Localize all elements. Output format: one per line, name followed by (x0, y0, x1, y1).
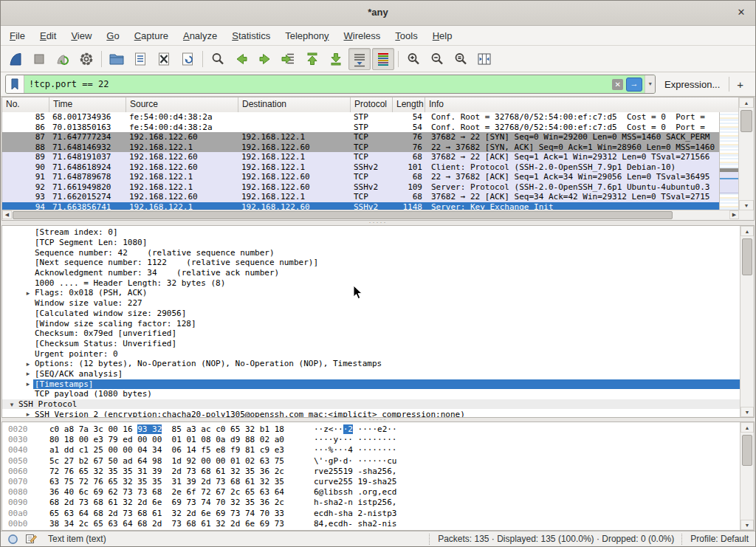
detail-line[interactable]: ▸Flags: 0x018 (PSH, ACK) (2, 288, 740, 298)
zoom-in-button[interactable] (402, 48, 425, 70)
hex-row[interactable]: 006072 76 65 32 35 35 31 39 2d 73 68 61 … (2, 467, 740, 477)
filter-clear-icon[interactable]: ✕ (612, 79, 623, 90)
detail-line[interactable]: Acknowledgment number: 34 (relative ack … (2, 268, 740, 278)
expander-closed-icon[interactable]: ▸ (23, 360, 33, 368)
open-file-button[interactable] (106, 48, 128, 70)
detail-line[interactable]: ▸[Timestamps] (2, 379, 740, 389)
menu-help[interactable]: Help (425, 27, 460, 45)
expander-closed-icon[interactable]: ▸ (23, 380, 33, 388)
display-filter-combobox[interactable]: !tcp.port == 22 ✕ → ▼ (5, 75, 656, 94)
hex-row[interactable]: 009068 2d 73 68 61 32 2d 6e 69 73 74 70 … (2, 498, 740, 508)
scroll-down-icon[interactable]: ▼ (739, 200, 754, 210)
detail-line[interactable]: Checksum: 0x79ed [unverified] (2, 328, 740, 339)
go-back-button[interactable] (230, 48, 252, 70)
auto-scroll-toggle[interactable] (348, 48, 371, 70)
detail-line[interactable]: Window size value: 227 (2, 298, 740, 309)
close-icon[interactable]: ✕ (735, 6, 748, 19)
find-packet-button[interactable] (207, 48, 229, 70)
packet-row[interactable]: 9071.648618924192.168.122.60192.168.122.… (2, 162, 720, 173)
detail-line[interactable]: [TCP Segment Len: 1080] (2, 238, 740, 248)
scroll-right-icon[interactable]: ▶ (729, 210, 739, 219)
resize-columns-button[interactable] (473, 48, 495, 70)
filter-bookmark-button[interactable] (6, 75, 24, 93)
packet-row[interactable]: 8971.648191037192.168.122.60192.168.122.… (2, 152, 720, 162)
title-bar[interactable]: *any ✕ (1, 1, 755, 26)
expert-info-icon[interactable] (7, 534, 18, 545)
menu-capture[interactable]: Capture (127, 27, 176, 45)
scrollbar-thumb[interactable] (742, 435, 752, 466)
menu-analyze[interactable]: Analyze (176, 27, 224, 45)
menu-view[interactable]: View (63, 27, 99, 45)
detail-line[interactable]: [Calculated window size: 29056] (2, 309, 740, 319)
column-header-no[interactable]: No. (2, 97, 49, 112)
detail-line[interactable]: Sequence number: 42 (relative sequence n… (2, 247, 740, 258)
chevron-down-icon[interactable]: ▼ (645, 75, 655, 93)
expander-closed-icon[interactable]: ▸ (23, 410, 33, 417)
packet-list-hscrollbar[interactable]: ◀ ▶ (2, 210, 739, 220)
go-last-button[interactable] (325, 48, 347, 70)
detail-line[interactable]: [Stream index: 0] (2, 227, 740, 238)
menu-file[interactable]: File (2, 27, 32, 45)
packet-row[interactable]: 8871.648146932192.168.122.1192.168.122.6… (2, 142, 720, 153)
restart-capture-button[interactable] (52, 48, 74, 70)
detail-line[interactable]: ▸Options: (12 bytes), No-Operation (NOP)… (2, 359, 740, 369)
menu-statistics[interactable]: Statistics (224, 27, 278, 45)
detail-line[interactable]: [Window size scaling factor: 128] (2, 318, 740, 328)
hex-row[interactable]: 0040a1 dd c1 25 00 00 04 34 06 14 f5 e8 … (2, 445, 740, 455)
packet-row[interactable]: 8771.647777234192.168.122.60192.168.122.… (2, 132, 720, 142)
go-to-packet-button[interactable] (278, 48, 300, 70)
filter-apply-icon[interactable]: → (626, 78, 642, 92)
column-header-destination[interactable]: Destination (238, 97, 351, 112)
start-capture-button[interactable] (4, 48, 27, 70)
detail-line[interactable]: 1000 .... = Header Length: 32 bytes (8) (2, 278, 740, 288)
packet-row[interactable]: 9171.648789678192.168.122.1192.168.122.6… (2, 172, 720, 182)
packet-row[interactable]: 8568.001734936fe:54:00:d4:38:2aSTP54Conf… (2, 112, 720, 123)
scroll-up-icon[interactable]: ▲ (739, 97, 754, 108)
scrollbar-thumb[interactable] (740, 110, 752, 132)
detail-line[interactable]: [Checksum Status: Unverified] (2, 339, 740, 349)
add-filter-button-plus[interactable]: + (729, 78, 751, 91)
hex-row[interactable]: 00b038 34 2c 65 63 64 68 2d 73 68 61 32 … (2, 519, 740, 529)
scrollbar-thumb[interactable] (13, 211, 673, 219)
packet-row[interactable]: 9371.662015274192.168.122.60192.168.122.… (2, 192, 720, 202)
scroll-left-icon[interactable]: ◀ (2, 210, 12, 219)
close-file-button[interactable] (153, 48, 175, 70)
packet-row[interactable]: 9271.661949820192.168.122.1192.168.122.6… (2, 182, 720, 193)
details-vscrollbar[interactable]: ▲ ▼ (740, 226, 754, 417)
zoom-out-button[interactable] (426, 48, 448, 70)
hex-row[interactable]: 003080 18 00 e3 79 ed 00 00 01 01 08 0a … (2, 435, 740, 445)
column-header-info[interactable]: Info (425, 97, 754, 112)
column-header-source[interactable]: Source (126, 97, 238, 112)
expander-open-icon[interactable]: ▾ (7, 401, 17, 408)
capture-comment-icon[interactable] (25, 533, 38, 545)
capture-options-button[interactable] (75, 48, 97, 70)
hex-row[interactable]: 00a065 63 64 68 2d 73 68 61 32 2d 6e 69 … (2, 509, 740, 519)
detail-line[interactable]: [Next sequence number: 1122 (relative se… (2, 258, 740, 268)
scroll-down-icon[interactable]: ▼ (740, 407, 754, 417)
column-header-length[interactable]: Length (393, 97, 425, 112)
expander-closed-icon[interactable]: ▸ (23, 289, 33, 297)
menu-telephony[interactable]: Telephony (278, 27, 336, 45)
display-filter-input[interactable]: !tcp.port == 22 (24, 79, 612, 89)
expression-button[interactable]: Expression... (664, 79, 720, 90)
profile-indicator[interactable]: Profile: Default (690, 534, 749, 544)
detail-line[interactable]: Urgent pointer: 0 (2, 348, 740, 359)
column-header-protocol[interactable]: Protocol (351, 97, 393, 112)
stop-capture-button[interactable] (28, 48, 50, 70)
detail-line[interactable]: ▸[SEQ/ACK analysis] (2, 369, 740, 379)
packet-minimap[interactable] (719, 112, 739, 210)
detail-line[interactable]: ▾SSH Protocol (2, 399, 740, 410)
go-first-button[interactable] (301, 48, 323, 70)
scrollbar-thumb[interactable] (742, 238, 752, 275)
menu-go[interactable]: Go (99, 27, 126, 45)
hex-row[interactable]: 0020c0 a8 7a 3c 00 16 93 32 85 a3 ac c0 … (2, 424, 740, 435)
reload-file-button[interactable] (176, 48, 199, 70)
zoom-original-button[interactable] (450, 48, 472, 70)
go-forward-button[interactable] (254, 48, 276, 70)
menu-tools[interactable]: Tools (388, 27, 425, 45)
scroll-up-icon[interactable]: ▲ (740, 422, 754, 433)
hex-row[interactable]: 008036 40 6c 69 62 73 73 68 2e 6f 72 67 … (2, 487, 740, 498)
scroll-up-icon[interactable]: ▲ (740, 226, 754, 236)
bytes-vscrollbar[interactable]: ▲ ▼ (740, 422, 754, 530)
packet-row[interactable]: 8670.013850163fe:54:00:d4:38:2aSTP54Conf… (2, 123, 720, 133)
